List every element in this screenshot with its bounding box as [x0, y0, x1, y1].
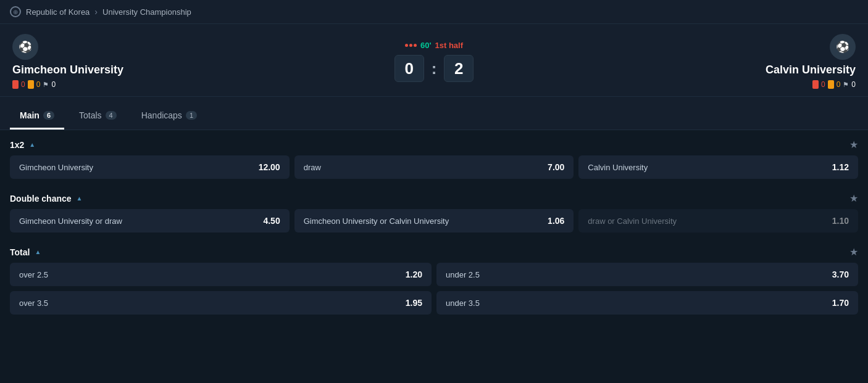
odds-home-win[interactable]: Gimcheon University 12.00 [10, 155, 290, 179]
total-under-2-5-value: 3.70 [832, 270, 849, 279]
score-separator: : [432, 59, 437, 78]
home-yellow-card-icon [28, 80, 34, 89]
total-over-2-5-value: 1.20 [406, 270, 422, 279]
away-yellow-card-icon [828, 80, 834, 89]
home-corners-count: 0 [51, 80, 56, 89]
total-over-3-5-value: 1.95 [406, 298, 422, 308]
total-sort-icon: ▲ [35, 249, 41, 255]
away-team-name: Calvin University [766, 64, 856, 76]
total-star-icon[interactable]: ★ [849, 246, 858, 258]
total-over-3-5[interactable]: over 3.5 1.95 [10, 291, 432, 315]
onex2-title: 1x2 ▲ [10, 140, 35, 150]
dc-draw-away-label: draw or Calvin University [588, 216, 677, 226]
tab-main[interactable]: Main 6 [10, 105, 64, 130]
breadcrumb-competition: University Championship [102, 7, 191, 17]
total-under-3-5-value: 1.70 [832, 298, 849, 308]
odds-away-win-value: 1.12 [832, 162, 849, 172]
odds-draw-label: draw [304, 163, 321, 172]
match-header: ⚽ Gimcheon University 0 0 ⚑ 0 60' 1st ha… [0, 24, 868, 97]
onex2-star-icon[interactable]: ★ [849, 139, 858, 150]
dc-home-draw-label: Gimcheon University or draw [19, 216, 122, 226]
away-team-stats: 0 0 ⚑ 0 [812, 80, 856, 89]
total-section-header: Total ▲ ★ [10, 237, 858, 263]
tab-handicaps-count: 1 [186, 111, 197, 120]
score-away: 2 [444, 55, 474, 82]
breadcrumb-country: Republic of Korea [26, 7, 90, 17]
home-red-count: 0 [21, 80, 25, 89]
onex2-section-header: 1x2 ▲ ★ [10, 130, 858, 155]
odds-home-win-value: 12.00 [259, 162, 280, 172]
live-badge: 60' 1st half [405, 41, 463, 50]
home-red-card-icon [12, 80, 19, 89]
away-yellow-count: 0 [837, 80, 841, 89]
odds-away-win-label: Calvin University [588, 163, 648, 172]
live-period: 1st half [435, 41, 464, 50]
tab-totals[interactable]: Totals 4 [69, 105, 127, 130]
dc-draw-away[interactable]: draw or Calvin University 1.10 [578, 209, 858, 233]
total-over-3-5-label: over 3.5 [19, 299, 48, 308]
tab-totals-label: Totals [79, 110, 102, 120]
total-under-2-5[interactable]: under 2.5 3.70 [436, 263, 858, 286]
away-team-icon: ⚽ [830, 34, 856, 60]
total-row-1: over 2.5 1.20 under 2.5 3.70 [10, 263, 858, 286]
score-board: 0 : 2 [394, 55, 474, 82]
dc-home-draw-value: 4.50 [263, 216, 280, 226]
odds-draw[interactable]: draw 7.00 [294, 155, 574, 179]
bet-content: 1x2 ▲ ★ Gimcheon University 12.00 draw 7… [0, 130, 868, 329]
double-chance-title-text: Double chance [10, 194, 72, 204]
odds-draw-value: 7.00 [548, 162, 564, 172]
away-corner-icon: ⚑ [843, 81, 849, 89]
globe-icon: ⊕ [10, 6, 21, 17]
home-team: ⚽ Gimcheon University 0 0 ⚑ 0 [12, 34, 370, 89]
tabs-bar: Main 6 Totals 4 Handicaps 1 [0, 97, 868, 130]
total-over-2-5-label: over 2.5 [19, 270, 48, 279]
home-yellow-count: 0 [36, 80, 41, 89]
home-corner-icon: ⚑ [43, 81, 49, 89]
score-center: 60' 1st half 0 : 2 [370, 41, 499, 82]
breadcrumb-separator: › [94, 7, 98, 17]
home-team-icon: ⚽ [12, 34, 38, 60]
score-home: 0 [394, 55, 424, 82]
home-team-name: Gimcheon University [12, 64, 123, 76]
away-team: ⚽ Calvin University 0 0 ⚑ 0 [498, 34, 856, 89]
total-over-2-5[interactable]: over 2.5 1.20 [10, 263, 432, 286]
double-chance-section-header: Double chance ▲ ★ [10, 184, 858, 209]
onex2-sort-icon: ▲ [29, 141, 35, 148]
dc-draw-away-value: 1.10 [832, 216, 849, 226]
tab-main-count: 6 [43, 111, 54, 120]
double-chance-star-icon[interactable]: ★ [849, 192, 858, 204]
total-under-2-5-label: under 2.5 [446, 270, 480, 279]
away-red-count: 0 [821, 80, 825, 89]
dc-home-away-value: 1.06 [548, 216, 564, 226]
tab-totals-count: 4 [106, 111, 117, 120]
odds-home-win-label: Gimcheon University [19, 163, 93, 172]
double-chance-sort-icon: ▲ [77, 195, 83, 202]
home-team-stats: 0 0 ⚑ 0 [12, 80, 56, 89]
tab-handicaps-label: Handicaps [141, 110, 182, 120]
breadcrumb-bar: ⊕ Republic of Korea › University Champio… [0, 0, 868, 24]
dc-home-away-label: Gimcheon University or Calvin University [304, 216, 449, 226]
total-row-2: over 3.5 1.95 under 3.5 1.70 [10, 291, 858, 315]
away-red-card-icon [812, 80, 819, 89]
onex2-title-text: 1x2 [10, 140, 24, 150]
tab-handicaps[interactable]: Handicaps 1 [131, 105, 207, 130]
away-corners-count: 0 [851, 80, 856, 89]
total-title: Total ▲ [10, 247, 41, 257]
live-time: 60' [420, 41, 432, 50]
total-under-3-5-label: under 3.5 [446, 299, 480, 308]
total-under-3-5[interactable]: under 3.5 1.70 [436, 291, 858, 315]
odds-away-win[interactable]: Calvin University 1.12 [578, 155, 858, 179]
double-chance-odds-row: Gimcheon University or draw 4.50 Gimcheo… [10, 209, 858, 233]
live-animation [405, 44, 417, 47]
onex2-odds-row: Gimcheon University 12.00 draw 7.00 Calv… [10, 155, 858, 179]
tab-main-label: Main [20, 110, 40, 120]
dc-home-away[interactable]: Gimcheon University or Calvin University… [294, 209, 574, 233]
dc-home-draw[interactable]: Gimcheon University or draw 4.50 [10, 209, 290, 233]
total-title-text: Total [10, 247, 30, 257]
double-chance-title: Double chance ▲ [10, 194, 83, 204]
